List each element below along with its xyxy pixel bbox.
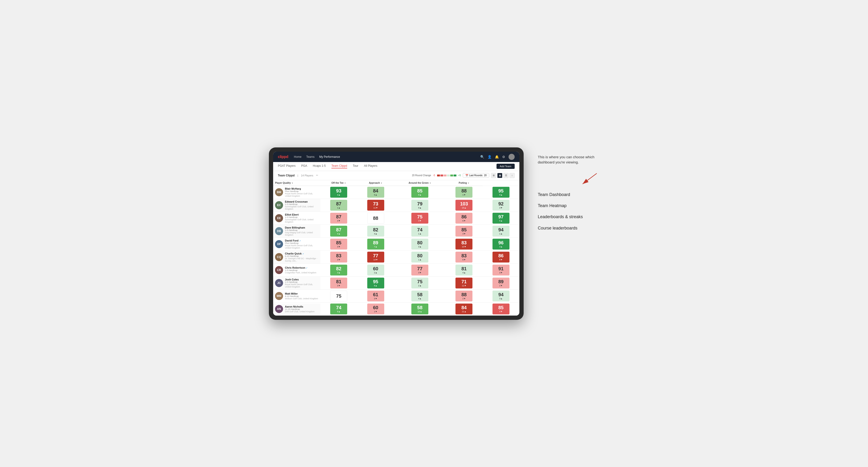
score-box-quality: 75 [330, 290, 347, 302]
player-handicap: 1-5 Handicap [285, 281, 318, 283]
score-change: 4▲ [337, 232, 340, 235]
subnav-all-players[interactable]: All Players [364, 164, 377, 168]
score-number-approach: 85 [417, 188, 423, 193]
score-change: 2▼ [462, 298, 466, 300]
player-cell[interactable]: DF David Ford ✓ Plus Handicap Royal Nort… [273, 238, 320, 250]
score-number-around_green: 83 [461, 253, 467, 258]
player-club: Royal North Devon Golf Club, United King… [285, 192, 318, 197]
score-change: 14▼ [373, 258, 378, 261]
table-row: EE Elliot Ebert 1-5 Handicap Sunningdale… [273, 212, 519, 224]
settings-icon[interactable]: ⚙ [502, 155, 505, 159]
score-number-approach: 74 [417, 227, 423, 232]
subnav-hcaps[interactable]: Hcaps 1-5 [313, 164, 326, 168]
score-box-off_tee: 73 11▼ [367, 200, 384, 211]
score-number-off_tee: 60 [373, 266, 378, 271]
grid-view-button[interactable]: ⊞ [491, 173, 496, 178]
score-box-off_tee: 89 7▲ [367, 239, 384, 250]
score-cell-approach: 79 9▲ [394, 198, 445, 212]
player-club: Sunningdale Golf Club, United Kingdom [285, 218, 318, 223]
last-rounds-button[interactable]: 📅 Last Rounds: 20 [463, 173, 489, 178]
score-change: 3▲ [499, 246, 503, 248]
player-name: Chris Robertson ✓ [285, 266, 316, 269]
add-team-button[interactable]: Add Team [497, 164, 515, 169]
player-cell[interactable]: EC Edward Crossman 1-5 Handicap Sunningd… [273, 198, 320, 212]
score-cell-approach: 74 1▲ [394, 224, 445, 238]
sort-arrow-aroundgreen: ▼ [429, 182, 431, 184]
score-box-putting: 94 3▲ [493, 290, 509, 302]
bell-icon[interactable]: 🔔 [495, 155, 499, 159]
score-box-approach: 80 3▲ [411, 239, 428, 250]
player-club: Woburn Golf Club, United Kingdom [285, 298, 318, 300]
table-row: JC Josh Coles 1-5 Handicap Royal North D… [273, 276, 519, 289]
player-name: Edward Crossman [285, 200, 318, 203]
score-number-quality: 87 [336, 214, 341, 219]
nav-link-home[interactable]: Home [294, 155, 302, 158]
sort-button[interactable]: ↕ [509, 173, 515, 178]
nav-link-my-performance[interactable]: My Performance [319, 155, 340, 158]
user-icon[interactable]: 👤 [488, 155, 492, 159]
player-avatar: EC [275, 201, 283, 209]
player-club: Craigmillar Park, United Kingdom [285, 272, 316, 274]
edit-icon[interactable]: ✏ [316, 174, 318, 177]
table-container: Player Quality ▼ Off the Tee ▼ Approach … [273, 180, 519, 316]
player-cell[interactable]: BM Blair McHarg Plus Handicap Royal Nort… [273, 186, 320, 198]
score-change: 3▼ [337, 246, 340, 248]
search-icon[interactable]: 🔍 [480, 155, 484, 159]
color-seg-pale-red [444, 175, 446, 177]
player-handicap: Plus Handicap [285, 242, 318, 244]
subnav-tour[interactable]: Tour [353, 164, 358, 168]
table-row: CQ Charlie Quick ✓ 6-10 Handicap St. Geo… [273, 250, 519, 263]
annotation-item-1: Team Dashboard [538, 192, 599, 197]
player-cell[interactable]: DB Dave Billingham 1-5 Handicap Gog Mago… [273, 224, 320, 238]
score-number-quality: 93 [336, 188, 341, 193]
color-seg-dark-green [454, 175, 456, 177]
col-header-player: Player Quality ▼ [273, 180, 320, 186]
score-cell-putting: 94 1▲ [483, 224, 519, 238]
score-cell-around_green: 88 2▼ [445, 289, 483, 302]
player-cell[interactable]: MM Matt Miller 6-10 Handicap Woburn Golf… [273, 289, 320, 302]
score-box-putting: 97 5▲ [493, 213, 509, 224]
score-change: 1▼ [462, 194, 466, 196]
table-row: CR Chris Robertson ✓ 1-5 Handicap Craigm… [273, 263, 519, 276]
player-cell[interactable]: AN Aaron Nicholls 11-15 Handicap Drift G… [273, 302, 320, 315]
list-view-button[interactable]: ☰ [503, 173, 508, 178]
sort-arrow-player: ▼ [291, 182, 293, 184]
player-cell[interactable]: EE Elliot Ebert 1-5 Handicap Sunningdale… [273, 212, 320, 224]
player-info-container: DB Dave Billingham 1-5 Handicap Gog Mago… [273, 225, 320, 238]
score-box-around_green: 88 2▼ [456, 290, 472, 302]
annotation-item-3: Leaderboards & streaks [538, 214, 599, 220]
team-header: Team Clippd | 14 Players ✏ 20 Round Chan… [273, 171, 519, 180]
col-header-approach: Approach ▼ [357, 180, 394, 186]
score-box-approach: 79 9▲ [411, 200, 428, 211]
verified-icon: ✓ [302, 253, 304, 255]
player-details: Josh Coles 1-5 Handicap Royal North Devo… [285, 278, 318, 288]
subnav-pgat[interactable]: PGAT Players [278, 164, 296, 168]
table-row: DF David Ford ✓ Plus Handicap Royal Nort… [273, 238, 519, 250]
score-number-around_green: 85 [461, 227, 467, 232]
nav-link-teams[interactable]: Teams [306, 155, 314, 158]
score-number-putting: 97 [498, 214, 503, 219]
score-change: 9▲ [499, 194, 503, 196]
team-player-count: 14 Players [301, 174, 313, 177]
player-cell[interactable]: CQ Charlie Quick ✓ 6-10 Handicap St. Geo… [273, 250, 320, 263]
score-number-approach: 58 [417, 292, 423, 297]
score-change: 7▲ [374, 246, 377, 248]
player-cell[interactable]: JC Josh Coles 1-5 Handicap Royal North D… [273, 276, 320, 289]
score-box-quality: 93 4▲ [330, 187, 347, 198]
subnav-pga[interactable]: PGA [301, 164, 307, 168]
score-cell-off_tee: 89 7▲ [357, 238, 394, 250]
player-name: Dave Billingham [285, 226, 318, 229]
score-cell-around_green: 83 6▼ [445, 250, 483, 263]
player-club: Royal North Devon Golf Club, United King… [285, 244, 318, 249]
score-number-around_green: 88 [461, 292, 467, 297]
avatar[interactable] [508, 154, 515, 160]
score-box-around_green: 83 6▼ [456, 252, 472, 262]
score-cell-around_green: 86 6▼ [445, 212, 483, 224]
heatmap-view-button[interactable]: ▦ [497, 173, 502, 178]
subnav-team-clippd[interactable]: Team Clippd [331, 164, 347, 168]
player-cell[interactable]: CR Chris Robertson ✓ 1-5 Handicap Craigm… [273, 263, 320, 276]
app-logo[interactable]: clippd [278, 155, 288, 159]
score-cell-putting: 86 8▼ [483, 250, 519, 263]
annotation-items: Team Dashboard Team Heatmap Leaderboards… [538, 192, 599, 231]
verified-icon: ✓ [306, 267, 308, 269]
